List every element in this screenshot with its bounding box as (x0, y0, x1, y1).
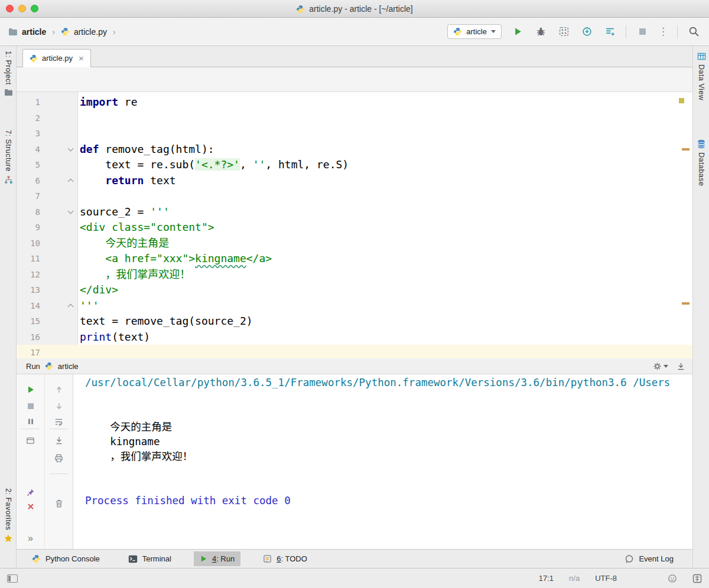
restore-layout-button[interactable] (24, 433, 38, 447)
console-line: /usr/local/Cellar/python/3.6.5_1/Framewo… (85, 375, 692, 390)
print-button[interactable] (52, 451, 66, 465)
breadcrumb-project[interactable]: article (22, 27, 46, 37)
navigation-bar: article › article.py › article ⋮ (0, 18, 709, 46)
code-line: 5 text = re.sub('<.*?>', '', html, re.S) (17, 157, 692, 173)
tool-button-project[interactable]: 1: Project (0, 51, 17, 96)
up-stack-trace-button[interactable] (52, 383, 66, 397)
fold-marker[interactable] (40, 298, 78, 314)
concurrency-diagram-button[interactable] (580, 25, 594, 39)
search-everywhere-button[interactable] (687, 25, 701, 39)
editor-tab-article-py[interactable]: article.py × (22, 49, 91, 67)
code-editor[interactable]: 1import re234def remove_tag(html):5 text… (17, 92, 692, 358)
clear-console-button[interactable] (52, 496, 66, 510)
breadcrumb-file[interactable]: article.py (74, 27, 107, 37)
debug-button[interactable] (534, 25, 548, 39)
tool-button-data-view[interactable]: Data View (693, 52, 709, 100)
fold-gutter (40, 282, 78, 298)
inspection-indicator[interactable] (679, 98, 684, 103)
run-toolbar-column-2 (45, 374, 73, 549)
run-configuration-select[interactable]: article (447, 24, 502, 39)
code-line: 6 return text (17, 173, 692, 189)
tool-button-favorites[interactable]: 2: Favorites (0, 488, 17, 543)
minimize-window-button[interactable] (18, 5, 26, 12)
event-log-button[interactable]: Event Log (619, 551, 679, 567)
code-line: 11 <a href="xxx">kingname</a> (17, 251, 692, 267)
console-line (85, 405, 692, 420)
fold-gutter (40, 126, 78, 142)
tool-button-structure[interactable]: 7: Structure (0, 130, 17, 184)
input-method-icon[interactable] (692, 574, 702, 583)
structure-icon (4, 175, 13, 184)
zoom-window-button[interactable] (31, 5, 38, 12)
tool-button-database[interactable]: Database (693, 139, 709, 187)
code-segment: ，我们掌声欢迎！ (80, 268, 190, 280)
encoding-indicator[interactable]: UTF-8 (595, 574, 617, 583)
fold-marker[interactable] (40, 142, 78, 158)
tool-button-python-console[interactable]: Python Console (26, 551, 106, 566)
line-number: 5 (17, 157, 40, 173)
tool-windows-toggle-button[interactable] (7, 574, 18, 583)
scrollbar-mark[interactable] (682, 148, 690, 151)
console-output[interactable]: /usr/local/Cellar/python/3.6.5_1/Framewo… (73, 374, 692, 549)
scrollbar-mark[interactable] (682, 302, 690, 305)
thread-dump-button[interactable] (603, 25, 617, 39)
breadcrumb: article › article.py › (8, 27, 118, 37)
pause-button[interactable] (24, 414, 38, 429)
code-text (78, 110, 692, 126)
code-segment: import (80, 96, 118, 108)
line-number: 2 (17, 110, 40, 126)
code-text: source_2 = ''' (78, 204, 692, 220)
close-window-button[interactable] (6, 5, 14, 12)
close-panel-button[interactable] (24, 499, 38, 514)
fold-gutter (40, 157, 78, 173)
code-text: </div> (78, 282, 692, 298)
window-title: article.py - article - [~/article] (309, 4, 412, 14)
line-number: 8 (17, 204, 40, 220)
tool-button-label: 1: Project (4, 51, 12, 85)
hide-panel-button[interactable] (677, 362, 685, 371)
editor-tab-bar: article.py × (17, 46, 692, 67)
database-icon (697, 139, 705, 149)
python-file-icon (296, 5, 305, 14)
code-text: <div class="content"> (78, 220, 692, 236)
stop-button[interactable] (635, 25, 649, 39)
code-text: <a href="xxx">kingname</a> (78, 251, 692, 267)
fold-marker[interactable] (40, 173, 78, 189)
line-separator-indicator: n/a (569, 574, 580, 583)
titlebar: article.py - article - [~/article] (0, 0, 709, 18)
code-segment: </a> (246, 252, 272, 264)
tool-button-run[interactable]: 4: Run (194, 551, 240, 566)
toolbar-separator (677, 25, 678, 38)
hector-inspector-icon[interactable] (668, 574, 677, 583)
todo-icon (263, 554, 272, 563)
code-segment: '' (253, 158, 266, 171)
settings-button[interactable] (653, 362, 668, 371)
folder-icon (8, 28, 18, 36)
code-text: text = re.sub('<.*?>', '', html, re.S) (78, 157, 692, 173)
run-panel: » /usr/local/Cellar/python/3.6.5_1/Frame… (17, 374, 692, 549)
down-stack-trace-button[interactable] (52, 399, 66, 413)
toolbar-overflow-icon[interactable]: ⋮ (658, 27, 668, 37)
run-button[interactable] (510, 25, 525, 39)
caret-position[interactable]: 17:1 (539, 574, 554, 583)
scroll-to-end-button[interactable] (52, 433, 66, 447)
close-icon[interactable]: × (79, 55, 84, 61)
fold-gutter (40, 329, 78, 345)
code-line: 9<div class="content"> (17, 220, 692, 236)
code-segment: print (80, 331, 112, 343)
soft-wrap-button[interactable] (52, 414, 66, 429)
tool-button-terminal[interactable]: Terminal (122, 551, 177, 566)
toolbar-separator (626, 25, 626, 38)
right-tool-stripe: Data View Database (692, 46, 709, 568)
run-with-coverage-button[interactable] (557, 25, 571, 39)
rerun-button[interactable] (24, 383, 38, 397)
fold-marker[interactable] (40, 204, 78, 220)
tool-button-todo[interactable]: 6: TODO (257, 551, 313, 566)
pin-tab-button[interactable] (24, 485, 38, 499)
console-line (85, 479, 692, 494)
stop-button[interactable] (24, 399, 38, 413)
code-text (78, 188, 692, 204)
fold-gutter (40, 251, 78, 267)
more-actions-button[interactable]: » (24, 531, 38, 545)
code-text: def remove_tag(html): (78, 142, 692, 158)
